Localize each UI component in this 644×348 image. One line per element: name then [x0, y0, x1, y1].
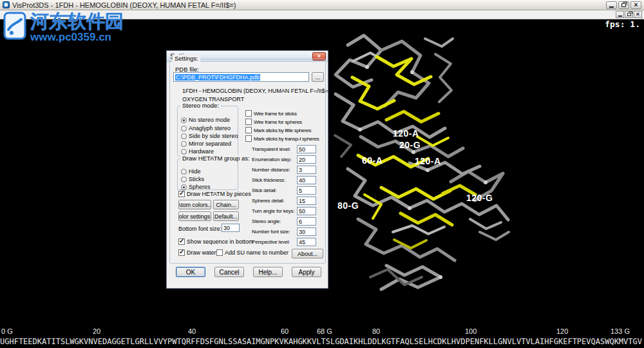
ruler-mark: 68 G — [317, 327, 332, 335]
default-button[interactable]: Default... — [213, 211, 239, 221]
window-title: VisProt3DS - 1FDH - HEMOGLOBIN (DEOXY, H… — [12, 1, 236, 9]
stereo-angle-input[interactable] — [297, 217, 316, 226]
ruler-mark: 0 G — [1, 327, 13, 335]
close-button[interactable]: × — [630, 1, 641, 9]
child-restore-button[interactable] — [625, 11, 633, 18]
atom-colors-button[interactable]: Atom colors... — [178, 200, 211, 209]
bottom-font-size-input[interactable] — [222, 224, 240, 232]
transparent-level-input[interactable] — [297, 145, 316, 153]
checkbox-mark-sticks-little-spheres[interactable]: Mark sticks by little spheres — [245, 127, 311, 133]
checkbox-draw-water[interactable]: Draw water — [178, 249, 216, 256]
ruler-mark: 120 — [556, 327, 568, 335]
residue-label: 120-A — [393, 128, 419, 139]
ruler-mark: 80 — [372, 327, 380, 335]
checkbox-mark-sticks-transpt-spheres[interactable]: Mark sticks by transp-t spheres — [245, 135, 319, 142]
checkbox-wire-frame-for-sticks[interactable]: Wire frame for sticks — [245, 110, 297, 117]
checkbox-label: Draw HETATM by pieces — [187, 191, 251, 197]
checkbox-label: Show sequence in bottom — [187, 238, 254, 245]
field-label: Perspective level: — [252, 239, 290, 245]
restore-icon — [627, 13, 631, 16]
sequence-letters: UGHFTEEDKATITSLWGKVNVEDAGGETLGRLLVVYPWTQ… — [0, 337, 644, 346]
radio-spheres[interactable]: Spheres — [181, 184, 211, 190]
pdb-file-input[interactable]: C:\PDB_PROT\FDHGFDHA.pdb — [173, 72, 309, 82]
pdb-file-value: C:\PDB_PROT\FDHGFDHA.pdb — [175, 74, 260, 81]
field-number-distance: Number distance: — [252, 166, 316, 175]
color-settings-button[interactable]: Color settings... — [178, 211, 211, 221]
stick-detail-input[interactable] — [297, 186, 316, 195]
radio-label: Hardware — [189, 148, 214, 155]
radio-icon[interactable] — [181, 141, 187, 147]
checkbox-icon[interactable] — [216, 249, 223, 256]
close-icon: × — [636, 12, 639, 17]
radio-no-stereo-mode[interactable]: No stereo mode — [181, 117, 230, 123]
cancel-button[interactable]: Cancel — [214, 267, 244, 277]
field-label: Turn angle for keys: — [252, 208, 294, 214]
checkbox-label: Wire frame for sticks — [254, 111, 297, 117]
checkbox-icon[interactable] — [245, 135, 252, 142]
child-minimize-button[interactable] — [616, 11, 624, 18]
radio-label: Sticks — [189, 176, 204, 182]
checkbox-draw-hetatm-by-pieces[interactable]: Draw HETATM by pieces — [178, 191, 251, 197]
window-controls: × — [606, 1, 643, 9]
radio-anaglyph-stereo[interactable]: Anaglyph stereo — [181, 125, 231, 131]
checkbox-label: Add SU name to number — [225, 249, 289, 256]
fps-counter: fps: 1. — [605, 19, 640, 29]
minimize-button[interactable] — [606, 1, 617, 9]
checkbox-icon[interactable] — [178, 249, 185, 256]
child-window-controls: × — [616, 11, 642, 18]
enumeration-step-input[interactable] — [297, 155, 316, 164]
field-spheres-detail: Spheres detail: — [252, 197, 316, 206]
radio-icon[interactable] — [181, 177, 187, 182]
spheres-detail-input[interactable] — [297, 197, 316, 205]
titlebar: VisProt3DS - 1FDH - HEMOGLOBIN (DEOXY, H… — [0, 0, 644, 10]
radio-icon[interactable] — [181, 169, 187, 175]
perspective-level-input[interactable] — [297, 238, 316, 246]
field-stick-thickness: Stick thickness: — [252, 176, 316, 185]
residue-label: 60-A — [362, 155, 383, 166]
restore-icon — [621, 3, 626, 7]
radio-icon[interactable] — [181, 149, 187, 155]
radio-icon[interactable] — [181, 126, 187, 131]
browse-button[interactable]: ... — [312, 72, 324, 82]
about-button[interactable]: About... — [292, 249, 323, 258]
field-label: Number font size: — [252, 229, 290, 235]
stereo-mode-group: Stereo mode: No stereo mode Anaglyph ste… — [177, 106, 238, 157]
groupbox-title: Settings: — [173, 55, 200, 62]
radio-hide[interactable]: Hide — [181, 168, 201, 175]
child-close-button[interactable]: × — [634, 11, 642, 18]
chain-button[interactable]: Chain... — [213, 200, 239, 209]
number-distance-input[interactable] — [297, 166, 316, 174]
turn-angle-input[interactable] — [297, 207, 316, 215]
checkbox-icon[interactable] — [245, 119, 252, 125]
restore-button[interactable] — [618, 1, 629, 9]
checkbox-icon[interactable] — [178, 191, 185, 197]
radio-icon[interactable] — [181, 117, 187, 123]
ruler-mark: 100 — [465, 327, 477, 335]
checkbox-show-sequence-in-bottom[interactable]: Show sequence in bottom — [178, 238, 254, 245]
checkbox-icon[interactable] — [178, 238, 185, 245]
checkbox-add-su-name-to-number[interactable]: Add SU name to number — [216, 249, 289, 256]
stick-thickness-input[interactable] — [297, 176, 316, 184]
field-stereo-angle: Stereo angle: — [252, 217, 316, 226]
radio-hardware[interactable]: Hardware — [181, 148, 214, 155]
residue-label: 120-G — [466, 193, 493, 203]
residue-label: 80-G — [337, 200, 359, 211]
number-font-size-input[interactable] — [297, 227, 316, 236]
radio-sticks[interactable]: Sticks — [181, 176, 204, 182]
field-stick-detail: Stick detail: — [252, 186, 316, 195]
watermark-title: 河东软件园 — [30, 12, 124, 31]
ruler-mark: 40 — [188, 327, 196, 335]
radio-side-by-side-stereo[interactable]: Side by side stereo — [181, 133, 238, 139]
radio-label: Spheres — [189, 184, 211, 190]
checkbox-wire-frame-for-spheres[interactable]: Wire frame for spheres — [245, 119, 302, 125]
residue-label: 20-G — [399, 140, 421, 150]
checkbox-icon[interactable] — [245, 110, 252, 117]
radio-mirror-separated[interactable]: Mirror separated — [181, 140, 231, 147]
help-button[interactable]: Help... — [253, 267, 283, 277]
ok-button[interactable]: OK — [176, 267, 205, 277]
radio-icon[interactable] — [181, 133, 187, 139]
settings-dialog: Settings × Settings: PDB file: C:\PDB_PR… — [166, 50, 328, 289]
checkbox-icon[interactable] — [245, 127, 252, 133]
watermark-url: www.pc0359.cn — [30, 31, 124, 44]
apply-button[interactable]: Apply — [292, 267, 321, 277]
